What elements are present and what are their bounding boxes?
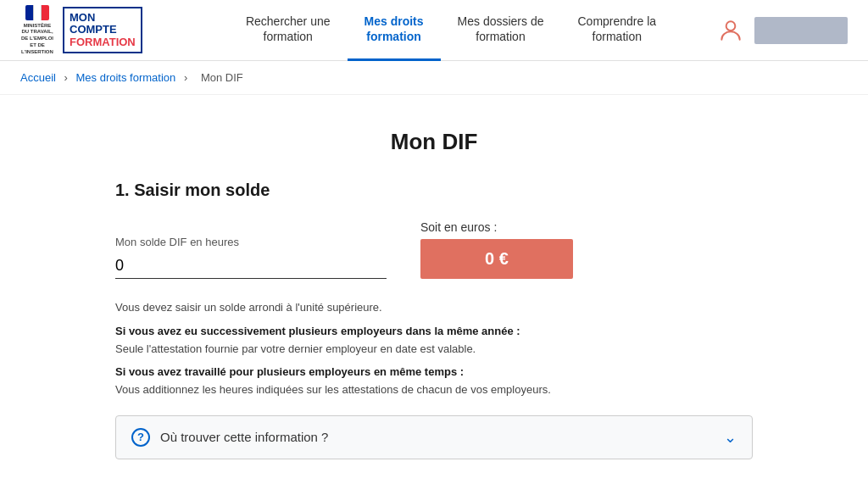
info-section: Vous devez saisir un solde arrondi à l'u… [115,299,753,398]
gov-logo-text: MINISTÈREDU TRAVAIL,DE L'EMPLOIET DE L'I… [19,23,56,56]
nav-mes-dossiers[interactable]: Mes dossiers deformation [441,0,561,61]
accordion-left: ? Où trouver cette information ? [131,428,328,447]
info-bold-2: Si vous avez eu successivement plusieurs… [115,325,753,337]
nav-rechercher[interactable]: Rechercher uneformation [229,0,348,61]
euros-label: Soit en euros : [420,220,497,234]
info-text-1: Vous devez saisir un solde arrondi à l'u… [115,299,753,316]
field-label-heures: Mon solde DIF en heures [115,236,387,248]
breadcrumb-current: Mon DIF [201,71,243,84]
breadcrumb-accueil[interactable]: Accueil [20,71,56,84]
accordion-info[interactable]: ? Où trouver cette information ? ⌄ [115,415,753,459]
mcf-logo-compte: COMPTE [70,24,136,36]
question-icon: ? [131,428,150,447]
logo-area: MINISTÈREDU TRAVAIL,DE L'EMPLOIET DE L'I… [20,5,190,56]
header-right [712,17,848,44]
euros-group: Soit en euros : 0 € [420,220,573,279]
section1-title: 1. Saisir mon solde [115,181,753,200]
mcf-logo-formation: FORMATION [70,36,136,48]
breadcrumb-sep2: › [184,71,187,84]
user-icon [717,17,744,44]
breadcrumb-droits[interactable]: Mes droits formation [76,71,176,84]
chevron-down-icon: ⌄ [724,428,737,447]
mcf-logo-mon: MON [70,12,136,24]
breadcrumb: Accueil › Mes droits formation › Mon DIF [0,61,868,95]
euros-box: 0 € [420,239,573,279]
french-flag [25,5,49,20]
page-title: Mon DIF [115,129,753,155]
main-content: Mon DIF 1. Saisir mon solde Mon solde DI… [95,95,773,495]
info-text-2: Seule l'attestation fournie par votre de… [115,341,753,358]
mcf-logo[interactable]: MON COMPTE FORMATION [63,7,142,53]
form-row: Mon solde DIF en heures Soit en euros : … [115,220,753,279]
svg-point-0 [726,21,736,31]
section-1: 1. Saisir mon solde Mon solde DIF en heu… [115,181,753,459]
nav-comprendre[interactable]: Comprendre laformation [560,0,673,61]
breadcrumb-sep1: › [64,71,68,84]
gov-logo: MINISTÈREDU TRAVAIL,DE L'EMPLOIET DE L'I… [20,5,54,56]
user-button[interactable] [754,17,848,44]
input-solde-heures[interactable] [115,253,387,279]
main-nav: Rechercher uneformation Mes droitsformat… [190,0,712,61]
field-group-heures: Mon solde DIF en heures [115,236,387,279]
accordion-label: Où trouver cette information ? [160,430,328,444]
info-bold-3: Si vous avez travaillé pour plusieurs em… [115,365,753,378]
info-text-3: Vous additionnez les heures indiquées su… [115,381,753,398]
nav-mes-droits[interactable]: Mes droitsformation [348,0,441,61]
